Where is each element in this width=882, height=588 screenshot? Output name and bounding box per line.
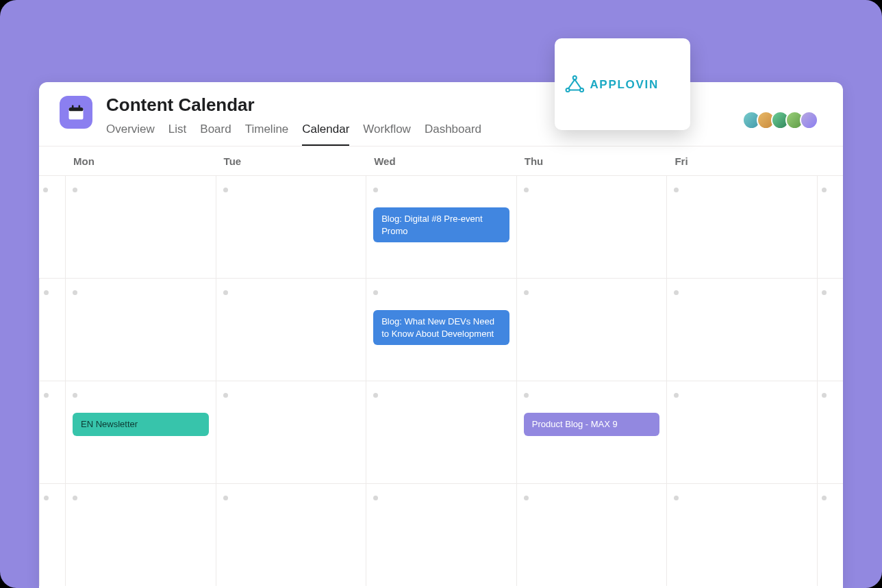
day-dot-icon [223, 188, 228, 192]
day-dot-icon [674, 290, 679, 295]
day-dot-icon [73, 188, 77, 192]
day-headers-row: Mon Tue Wed Thu Fri [39, 146, 843, 175]
app-window: Content Calendar Overview List Board Tim… [39, 82, 843, 588]
svg-rect-4 [69, 107, 84, 111]
day-dot-icon [524, 496, 529, 500]
calendar-cell[interactable] [216, 483, 366, 586]
brand-text: APPLOVIN [590, 78, 659, 91]
calendar-cell[interactable] [65, 483, 216, 586]
day-dot-icon [524, 188, 529, 192]
day-dot-icon [524, 290, 529, 295]
day-dot-icon [373, 496, 378, 500]
day-dot-icon [674, 393, 679, 398]
calendar-cell[interactable] [65, 278, 216, 381]
day-dot-icon [44, 393, 49, 398]
calendar-cell[interactable] [516, 278, 667, 381]
calendar-cell[interactable] [216, 278, 366, 381]
tab-timeline[interactable]: Timeline [245, 123, 289, 146]
day-dot-icon [223, 393, 228, 398]
day-header-thu: Thu [516, 155, 667, 167]
calendar-cell[interactable]: Blog: Digital #8 Pre-event Promo [366, 175, 516, 278]
day-dot-icon [373, 188, 378, 192]
calendar-event[interactable]: EN Newsletter [73, 413, 209, 436]
tab-board[interactable]: Board [200, 123, 231, 146]
day-dot-icon [674, 188, 679, 192]
day-dot-icon [43, 188, 48, 192]
calendar-cell[interactable] [39, 278, 65, 381]
calendar-event[interactable]: Product Blog - MAX 9 [524, 413, 660, 436]
day-header-mon: Mon [65, 155, 216, 167]
tab-overview[interactable]: Overview [106, 123, 155, 146]
calendar-event[interactable]: Blog: What New DEVs Need to Know About D… [373, 310, 509, 345]
tab-calendar[interactable]: Calendar [302, 123, 349, 146]
page-background: APPLOVIN Content Calendar Overview [0, 0, 882, 588]
day-dot-icon [73, 496, 77, 500]
calendar-cell[interactable] [817, 381, 843, 483]
brand-logo-card: APPLOVIN [555, 38, 690, 130]
calendar-cell[interactable] [366, 483, 516, 586]
day-dot-icon [524, 393, 529, 398]
calendar-cell[interactable] [65, 175, 216, 278]
calendar-cell[interactable] [216, 381, 366, 483]
day-dot-icon [73, 393, 77, 398]
calendar-cell[interactable] [39, 483, 65, 586]
tab-workflow[interactable]: Workflow [363, 123, 411, 146]
calendar-event[interactable]: Blog: Digital #8 Pre-event Promo [373, 207, 509, 242]
day-dot-icon [822, 496, 827, 500]
calendar-grid: Blog: Digital #8 Pre-event Promo Blog: W… [39, 175, 843, 586]
day-dot-icon [822, 290, 827, 295]
calendar-cell[interactable] [516, 483, 667, 586]
day-header-fri: Fri [666, 155, 817, 167]
day-header-tue: Tue [216, 155, 366, 167]
calendar-cell[interactable] [666, 483, 817, 586]
avatar[interactable] [800, 111, 818, 129]
applovin-logo-icon: APPLOVIN [564, 73, 681, 96]
day-dot-icon [373, 393, 378, 398]
day-dot-icon [44, 496, 49, 500]
calendar-cell[interactable] [817, 278, 843, 381]
day-dot-icon [674, 496, 679, 500]
calendar-cell[interactable] [666, 381, 817, 483]
day-dot-icon [822, 188, 827, 192]
day-header-wed: Wed [366, 155, 516, 167]
svg-rect-5 [72, 105, 74, 110]
calendar-cell[interactable]: Blog: What New DEVs Need to Know About D… [366, 278, 516, 381]
header: Content Calendar Overview List Board Tim… [39, 82, 843, 146]
svg-rect-6 [79, 105, 81, 110]
tabs: Overview List Board Timeline Calendar Wo… [106, 123, 481, 146]
day-dot-icon [822, 393, 827, 398]
calendar-cell[interactable] [39, 381, 65, 483]
collaborator-avatars[interactable] [746, 111, 818, 129]
calendar-cell[interactable] [817, 483, 843, 586]
calendar-cell[interactable] [516, 175, 667, 278]
calendar-area: Mon Tue Wed Thu Fri Blog: Digital #8 Pre… [39, 146, 843, 586]
day-dot-icon [373, 290, 378, 295]
calendar-cell[interactable] [817, 175, 843, 278]
calendar-cell[interactable] [216, 175, 366, 278]
calendar-app-icon [60, 96, 92, 129]
calendar-cell[interactable] [39, 175, 65, 278]
day-dot-icon [44, 290, 49, 295]
day-dot-icon [73, 290, 77, 295]
calendar-cell[interactable] [666, 175, 817, 278]
calendar-cell[interactable]: Product Blog - MAX 9 [516, 381, 667, 483]
day-dot-icon [223, 290, 228, 295]
calendar-cell[interactable] [366, 381, 516, 483]
page-title: Content Calendar [106, 94, 481, 116]
calendar-cell[interactable] [666, 278, 817, 381]
tab-dashboard[interactable]: Dashboard [425, 123, 481, 146]
calendar-cell[interactable]: EN Newsletter [65, 381, 216, 483]
tab-list[interactable]: List [168, 123, 186, 146]
day-dot-icon [223, 496, 228, 500]
